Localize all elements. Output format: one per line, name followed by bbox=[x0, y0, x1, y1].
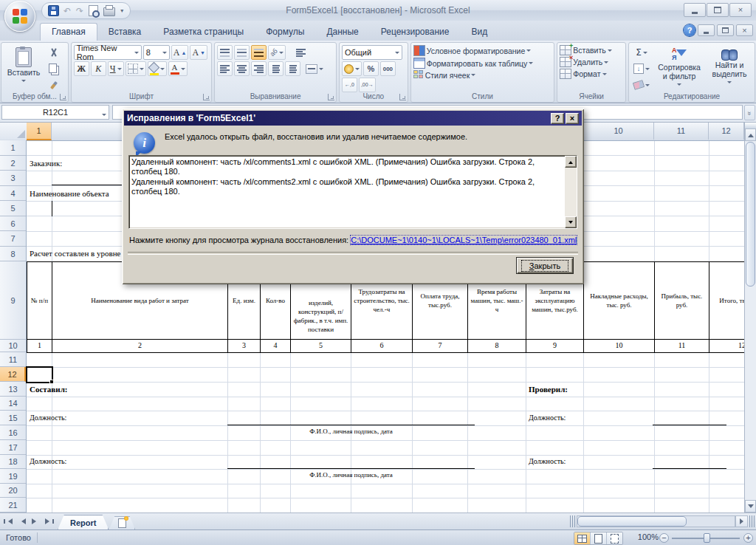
page-layout-view-button[interactable] bbox=[591, 532, 607, 544]
expand-formula-bar-button[interactable]: » bbox=[744, 105, 755, 120]
increase-indent-button[interactable] bbox=[285, 61, 300, 76]
cell-position[interactable]: Должность: bbox=[529, 414, 566, 422]
orientation-button[interactable]: аб bbox=[268, 45, 286, 60]
qat-customize-icon[interactable]: ▾ bbox=[120, 7, 123, 14]
clear-button[interactable] bbox=[631, 78, 652, 92]
sort-filter-button[interactable]: АЯ Сортировка и фильтр bbox=[653, 45, 705, 92]
format-cells-button[interactable]: Формат bbox=[560, 69, 623, 79]
scroll-right-button[interactable] bbox=[735, 515, 748, 527]
fill-button[interactable]: ↓ bbox=[631, 61, 652, 76]
minimize-button[interactable] bbox=[684, 3, 706, 17]
zoom-slider-thumb[interactable] bbox=[704, 533, 710, 543]
column-header[interactable]: 1 bbox=[27, 123, 52, 140]
table-number-cell[interactable]: 11 bbox=[654, 340, 709, 353]
save-icon[interactable] bbox=[49, 6, 58, 16]
insert-worksheet-tab[interactable] bbox=[109, 516, 135, 530]
format-as-table-button[interactable]: Форматировать как таблицу bbox=[413, 58, 552, 69]
scrollbar-thumb[interactable] bbox=[746, 142, 755, 287]
list-scrollbar[interactable] bbox=[565, 156, 577, 228]
merge-center-button[interactable] bbox=[303, 61, 326, 76]
align-middle-button[interactable] bbox=[234, 45, 250, 60]
row-header[interactable]: 8 bbox=[0, 247, 26, 261]
table-number-cell[interactable]: 2 bbox=[52, 340, 228, 353]
close-button[interactable]: × bbox=[729, 3, 752, 17]
dialog-launcher-icon[interactable] bbox=[203, 94, 210, 100]
zoom-out-button[interactable]: − bbox=[659, 533, 669, 543]
column-header[interactable]: 10 bbox=[583, 123, 654, 140]
tab-home[interactable]: Главная bbox=[40, 23, 97, 41]
scroll-up-button[interactable] bbox=[565, 156, 577, 168]
comma-format-button[interactable]: 000 bbox=[380, 61, 396, 76]
grow-font-button[interactable]: А▲ bbox=[171, 45, 189, 60]
align-center-button[interactable] bbox=[234, 61, 250, 76]
cell-compiled-by[interactable]: Составил: bbox=[30, 385, 67, 394]
table-number-cell[interactable]: 4 bbox=[260, 340, 291, 353]
conditional-formatting-button[interactable]: Условное форматирование bbox=[413, 45, 552, 56]
office-button[interactable] bbox=[4, 1, 35, 32]
workbook-restore-button[interactable] bbox=[717, 24, 734, 36]
number-format-combo[interactable]: Общий bbox=[342, 45, 402, 60]
undo-icon[interactable]: ↶ bbox=[63, 7, 71, 16]
row-header[interactable]: 11 bbox=[0, 352, 26, 367]
prev-sheet-button[interactable] bbox=[16, 515, 28, 527]
font-color-button[interactable]: А bbox=[168, 61, 188, 76]
zoom-in-button[interactable]: + bbox=[743, 533, 753, 543]
paste-button[interactable]: Вставить bbox=[4, 45, 44, 92]
cell-position[interactable]: Должность: bbox=[30, 414, 66, 422]
restore-button[interactable] bbox=[707, 3, 729, 17]
horizontal-scrollbar[interactable] bbox=[577, 515, 735, 527]
align-bottom-button[interactable] bbox=[251, 45, 267, 60]
table-header-cell[interactable]: Накладные расходы, тыс. руб. bbox=[583, 261, 655, 340]
row-header[interactable]: 14 bbox=[0, 397, 26, 411]
cell-fio-caption[interactable]: Ф.И.О., личная подпись, дата bbox=[227, 471, 475, 479]
row-header[interactable]: 13 bbox=[0, 382, 26, 397]
tab-data[interactable]: Данные bbox=[315, 24, 369, 41]
row-header[interactable]: 10 bbox=[0, 340, 26, 352]
dialog-title-bar[interactable]: Исправления в 'Form5Excel1' ? × bbox=[124, 111, 582, 126]
tab-view[interactable]: Вид bbox=[460, 24, 498, 41]
tab-split-handle[interactable] bbox=[570, 515, 575, 527]
active-cell[interactable] bbox=[26, 366, 53, 383]
cell-customer[interactable]: Заказчик: bbox=[30, 159, 62, 168]
table-number-cell[interactable]: 5 bbox=[290, 340, 351, 353]
row-header[interactable]: 7 bbox=[0, 231, 26, 247]
underline-button[interactable]: Ч bbox=[108, 61, 124, 76]
scroll-down-button[interactable] bbox=[745, 500, 756, 513]
print-preview-icon[interactable] bbox=[89, 5, 98, 16]
table-number-cell[interactable]: 8 bbox=[467, 340, 526, 353]
column-header[interactable]: 12 bbox=[709, 123, 744, 140]
cell-object-name[interactable]: Наименование объекта bbox=[30, 189, 109, 198]
align-left-button[interactable] bbox=[217, 61, 233, 76]
cell-calc-level[interactable]: Расчет составлен в уровне bbox=[30, 249, 120, 258]
name-box[interactable]: R12C1 bbox=[1, 105, 109, 120]
find-select-button[interactable]: Найти и выделить bbox=[707, 45, 752, 92]
row-header[interactable]: 4 bbox=[0, 186, 26, 201]
font-size-combo[interactable]: 8 bbox=[143, 45, 170, 60]
print-icon[interactable] bbox=[103, 7, 115, 16]
workbook-minimize-button[interactable] bbox=[698, 24, 715, 36]
normal-view-button[interactable] bbox=[574, 532, 591, 544]
table-header-cell[interactable]: Итого, тыс. руб. bbox=[709, 261, 744, 340]
row-header[interactable]: 21 bbox=[0, 498, 26, 513]
cell-position[interactable]: Должность: bbox=[30, 457, 66, 465]
column-header[interactable]: 11 bbox=[654, 123, 709, 140]
align-right-button[interactable] bbox=[251, 61, 267, 76]
wrap-text-button[interactable] bbox=[293, 45, 309, 60]
increase-decimal-button[interactable]: ←,0 bbox=[342, 78, 357, 92]
select-all-corner[interactable] bbox=[0, 123, 27, 140]
row-header[interactable]: 12 bbox=[0, 367, 26, 382]
table-number-cell[interactable]: 7 bbox=[412, 340, 468, 353]
scroll-down-button[interactable] bbox=[565, 216, 577, 228]
row-header[interactable]: 5 bbox=[0, 201, 26, 216]
cell-checked-by[interactable]: Проверил: bbox=[529, 385, 568, 394]
shrink-font-button[interactable]: А▼ bbox=[190, 45, 207, 60]
dialog-close-button[interactable]: × bbox=[566, 113, 579, 124]
sheet-tab-report[interactable]: Report bbox=[58, 515, 109, 530]
dialog-launcher-icon[interactable] bbox=[399, 94, 406, 100]
split-handle[interactable] bbox=[749, 515, 755, 527]
redo-icon[interactable]: ↷ bbox=[76, 7, 83, 16]
help-icon[interactable]: ? bbox=[684, 24, 695, 36]
font-name-combo[interactable]: Times New Rom bbox=[74, 45, 142, 60]
scroll-up-button[interactable] bbox=[745, 128, 756, 141]
currency-format-button[interactable] bbox=[342, 61, 362, 76]
